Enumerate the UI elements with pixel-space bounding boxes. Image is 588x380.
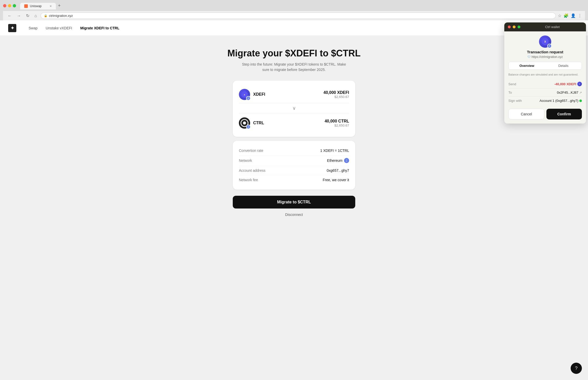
traffic-lights <box>3 4 16 7</box>
wallet-close-button[interactable] <box>508 26 511 28</box>
maximize-button[interactable] <box>13 4 16 7</box>
page-body: Migrate your $XDEFI to $CTRL Step into t… <box>179 36 409 380</box>
tab-title: Uniswap <box>30 4 42 8</box>
swap-chevron: ∨ <box>239 103 349 113</box>
new-tab-button[interactable]: + <box>56 2 63 9</box>
external-link-icon[interactable]: ↗ <box>579 91 582 94</box>
cancel-button[interactable]: Cancel <box>508 109 544 119</box>
svg-text:X: X <box>244 94 245 96</box>
browser-titlebar: Uniswap ✕ + <box>3 2 585 9</box>
browser-chrome: Uniswap ✕ + ← → ↻ ⌂ 🔒 ctrlmigration.xyz … <box>0 0 588 20</box>
from-token-usd: $2,650.67 <box>324 95 349 99</box>
network-row: Network Ethereum Ξ <box>239 155 349 166</box>
page-title: Migrate your $XDEFI to $CTRL <box>227 48 361 59</box>
wallet-site: 🛡 https://ctrlmigration.xyz <box>508 55 582 59</box>
fee-value: Free, we cover it <box>323 178 349 182</box>
migrate-button[interactable]: Migrate to $CTRL <box>233 196 355 209</box>
wallet-to-label: To <box>508 91 512 94</box>
wallet-send-row: Send -40,000 XDEFI X <box>508 80 582 89</box>
svg-text:X: X <box>544 40 546 43</box>
fee-row: Network fee Free, we cover it <box>239 175 349 185</box>
close-button[interactable] <box>3 4 6 7</box>
wallet-sign-label: Sign with <box>508 99 522 103</box>
help-button[interactable]: ? <box>571 363 582 374</box>
conversion-rate-label: Convertion rate <box>239 149 263 153</box>
account-value: 0xg657...ghy7 <box>327 168 349 173</box>
home-button[interactable]: ⌂ <box>33 13 39 19</box>
xdefi-token-icon: X Ξ <box>239 89 250 100</box>
to-token-row: Ξ CTRL 40,000 CTRL $2,650.67 <box>239 115 349 131</box>
wallet-eth-badge: Ξ <box>547 44 552 48</box>
browser-tabs: Uniswap ✕ + <box>20 2 63 9</box>
chevron-down-icon: ∨ <box>292 105 296 111</box>
wallet-notice: Balance changes are simulated and are no… <box>508 73 582 77</box>
tab-details[interactable]: Details <box>545 62 582 69</box>
account-status-dot <box>579 100 582 102</box>
wallet-main-icon: X Ξ <box>539 35 551 48</box>
site-logo: ✦ <box>8 24 16 32</box>
account-label: Account address <box>239 168 265 173</box>
wallet-send-label: Send <box>508 82 516 86</box>
page-subtitle: Step into the future: Migrate your $XDEF… <box>240 62 348 72</box>
wallet-to-row: To 0x2F45...KJ87 ↗ <box>508 89 582 97</box>
url-text: ctrlmigration.xyz <box>49 14 73 18</box>
app-layout: ✦ Swap Unstake vXDEFI Migrate XDEFI to C… <box>0 20 588 380</box>
wallet-send-value: -40,000 XDEFI X <box>554 82 582 86</box>
confirm-button[interactable]: Confirm <box>546 109 582 119</box>
fee-label: Network fee <box>239 178 258 182</box>
shield-icon: 🛡 <box>528 55 531 59</box>
wallet-tabs: Overview Details <box>508 62 582 70</box>
wallet-sign-value: Account 1 (0xg657...ghy7) <box>540 99 582 103</box>
browser-toolbar: ← → ↻ ⌂ 🔒 ctrlmigration.xyz ☆ 🧩 👤 ⋮ <box>3 11 585 20</box>
xdefi-eth-badge: Ξ <box>246 96 251 101</box>
wallet-maximize-button[interactable] <box>518 26 520 28</box>
tab-close-button[interactable]: ✕ <box>50 5 52 8</box>
from-token-left: X Ξ XDEFI <box>239 89 265 100</box>
toolbar-actions: ☆ 🧩 👤 ⋮ <box>558 13 582 18</box>
wallet-site-url: https://ctrlmigration.xyz <box>532 55 563 59</box>
wallet-send-amount: -40,000 XDEFI <box>554 82 576 86</box>
to-token-amount: 40,000 CTRL <box>325 119 349 124</box>
svg-point-4 <box>243 121 246 125</box>
swap-card: X Ξ XDEFI 40,000 XDEFI $2,650.67 <box>233 81 355 137</box>
from-token-name: XDEFI <box>253 92 265 97</box>
profile-icon[interactable]: 👤 <box>571 13 576 18</box>
wallet-titlebar: Ctrl wallet <box>504 22 586 31</box>
nav-link-swap[interactable]: Swap <box>29 26 38 30</box>
nav-link-unstake[interactable]: Unstake vXDEFI <box>46 26 72 30</box>
to-token-left: Ξ CTRL <box>239 117 264 129</box>
address-bar[interactable]: 🔒 ctrlmigration.xyz <box>41 13 556 19</box>
menu-icon[interactable]: ⋮ <box>578 13 582 18</box>
nav-link-migrate[interactable]: Migrate XDEFI to CTRL <box>80 26 119 30</box>
forward-button[interactable]: → <box>15 13 22 19</box>
wallet-to-value: 0x2F45...KJ87 ↗ <box>557 91 582 94</box>
to-token-name: CTRL <box>253 121 264 125</box>
wallet-sign-row: Sign with Account 1 (0xg657...ghy7) <box>508 97 582 105</box>
active-tab[interactable]: Uniswap ✕ <box>20 3 56 9</box>
ethereum-icon: Ξ <box>344 158 349 163</box>
bookmark-icon[interactable]: ☆ <box>558 13 561 18</box>
wallet-icon-wrap: X Ξ <box>508 35 582 48</box>
site-nav: ✦ Swap Unstake vXDEFI Migrate XDEFI to C… <box>0 20 588 36</box>
ctrl-token-icon: Ξ <box>239 117 250 129</box>
refresh-button[interactable]: ↻ <box>24 13 31 19</box>
to-token-usd: $2,650.67 <box>325 124 349 127</box>
to-token-right: 40,000 CTRL $2,650.67 <box>325 119 349 127</box>
wallet-body: X Ξ Transaction request 🛡 https://ctrlmi… <box>504 31 586 124</box>
wallet-minimize-button[interactable] <box>513 26 516 28</box>
tab-favicon <box>24 4 28 8</box>
nav-links: Swap Unstake vXDEFI Migrate XDEFI to CTR… <box>29 26 119 30</box>
wallet-req-title: Transaction request <box>508 50 582 54</box>
account-row: Account address 0xg657...ghy7 <box>239 166 349 175</box>
wallet-actions: Cancel Confirm <box>508 109 582 119</box>
network-value: Ethereum Ξ <box>327 158 349 163</box>
extensions-icon[interactable]: 🧩 <box>564 13 569 18</box>
disconnect-button[interactable]: Disconnect <box>285 213 303 217</box>
conversion-rate-value: 1 XDEFI = 1CTRL <box>320 149 349 153</box>
lock-icon: 🔒 <box>44 14 47 17</box>
minimize-button[interactable] <box>8 4 11 7</box>
back-button[interactable]: ← <box>6 13 13 19</box>
wallet-title: Ctrl wallet <box>522 25 582 29</box>
tab-overview[interactable]: Overview <box>509 62 545 69</box>
main-content: ✦ Swap Unstake vXDEFI Migrate XDEFI to C… <box>0 20 588 380</box>
